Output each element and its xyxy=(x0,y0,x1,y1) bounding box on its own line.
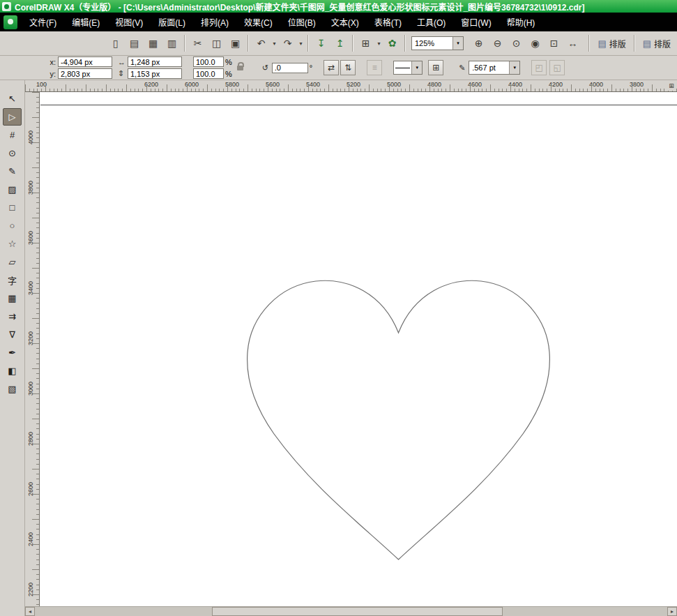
menu-item-layout[interactable]: 版面(L) xyxy=(151,15,193,29)
zoom-level-combo[interactable]: 125% ▾ xyxy=(411,36,464,50)
scroll-left-button[interactable]: ◂ xyxy=(25,607,35,616)
paste-button[interactable]: ▣ xyxy=(226,34,245,52)
scissors-icon: ✂ xyxy=(194,38,202,49)
zoom-to-width-button[interactable]: ↔ xyxy=(563,34,582,52)
menu-item-bitmaps[interactable]: 位图(B) xyxy=(280,15,324,29)
scroll-right-button[interactable]: ▸ xyxy=(667,607,677,616)
menu-item-text[interactable]: 文本(X) xyxy=(324,15,367,29)
zoom-combo-arrow[interactable]: ▾ xyxy=(452,37,463,50)
cut-button[interactable]: ✂ xyxy=(188,34,207,52)
pick-tool-button[interactable]: ↖ xyxy=(3,90,22,107)
horizontal-scrollbar-track[interactable] xyxy=(35,607,667,616)
redo-dropdown-arrow[interactable]: ▾ xyxy=(297,34,305,52)
menu-item-help[interactable]: 帮助(H) xyxy=(499,15,543,29)
freehand-tool-button[interactable]: ✎ xyxy=(3,163,22,180)
open-button[interactable]: ▤ xyxy=(125,34,144,52)
heart-shape[interactable] xyxy=(246,279,551,562)
object-width-field[interactable] xyxy=(128,57,182,67)
x-position-field[interactable] xyxy=(58,57,112,67)
menu-item-tools[interactable]: 工具(O) xyxy=(409,15,453,29)
close-curve-button[interactable]: ◱ xyxy=(549,60,565,75)
shape-tool-button[interactable]: ▷ xyxy=(3,108,22,126)
page-boundary xyxy=(40,105,677,105)
scale-horizontal-field[interactable] xyxy=(193,57,224,67)
ruler-options-button[interactable]: ⊞ xyxy=(667,81,676,91)
vruler-label: 3800 xyxy=(27,181,34,195)
interactive-fill-tool-button[interactable]: ▧ xyxy=(3,380,22,398)
menu-item-arrange[interactable]: 排列(A) xyxy=(193,15,236,29)
text-tool-button[interactable]: 字 xyxy=(3,271,22,289)
menu-item-edit[interactable]: 编辑(E) xyxy=(64,15,107,29)
zoom-tool-button[interactable]: ⊙ xyxy=(3,144,22,162)
object-height-field[interactable] xyxy=(128,68,182,79)
polygon-tool-icon: ☆ xyxy=(8,239,17,249)
rotation-icon: ↺ xyxy=(262,63,272,73)
horizontal-scrollbar[interactable]: ◂ ▸ xyxy=(25,606,677,616)
chevron-down-icon: ▾ xyxy=(513,65,516,70)
chevron-down-icon: ▾ xyxy=(377,40,380,47)
zoom-to-selection-icon: ◉ xyxy=(531,38,539,49)
zoom-out-button[interactable]: ⊖ xyxy=(488,34,507,52)
y-position-field[interactable] xyxy=(58,68,112,79)
rotation-angle-field[interactable] xyxy=(272,63,308,73)
horizontal-ruler[interactable]: 100 6200 6000 5800 5600 5400 5200 5000 4… xyxy=(25,80,677,92)
layout-button[interactable]: ▤ 排版 xyxy=(593,34,630,52)
polygon-tool-button[interactable]: ☆ xyxy=(3,235,22,253)
undo-dropdown-arrow[interactable]: ▾ xyxy=(271,34,278,52)
menu-item-effects[interactable]: 效果(C) xyxy=(236,15,280,29)
menu-item-window[interactable]: 窗口(W) xyxy=(453,15,499,29)
outline-tool-button[interactable]: ✒ xyxy=(3,344,22,361)
menu-item-table[interactable]: 表格(T) xyxy=(367,15,409,29)
application-launcher-dropdown-arrow[interactable]: ▾ xyxy=(375,34,383,52)
layout-button-2-label: 排版 xyxy=(654,38,671,50)
degree-sign: ° xyxy=(310,63,312,73)
lock-ratio-button[interactable] xyxy=(234,59,247,77)
fill-tool-button[interactable]: ◧ xyxy=(3,362,22,380)
welcome-screen-button[interactable]: ✿ xyxy=(383,34,402,52)
print-button[interactable]: ▥ xyxy=(162,34,181,52)
rectangle-tool-button[interactable]: □ xyxy=(3,199,22,216)
export-button[interactable]: ↥ xyxy=(330,34,349,52)
ellipse-tool-button[interactable]: ○ xyxy=(3,217,22,234)
crop-tool-button[interactable]: # xyxy=(3,126,22,144)
table-tool-button[interactable]: ▦ xyxy=(3,290,22,307)
zoom-in-button[interactable]: ⊕ xyxy=(469,34,488,52)
outline-style-combo[interactable]: ▾ xyxy=(393,61,423,75)
menu-item-file[interactable]: 文件(F) xyxy=(22,15,64,29)
basic-shapes-tool-button[interactable]: ▱ xyxy=(3,253,22,271)
eyedropper-tool-button[interactable]: ∇ xyxy=(3,326,22,343)
import-button[interactable]: ↧ xyxy=(312,34,330,52)
copy-button[interactable]: ◫ xyxy=(207,34,226,52)
zoom-actual-size-button[interactable]: ⊙ xyxy=(507,34,526,52)
property-bar: x: y: ↔ ⇕ % % ↺ ° ⇄ ⇅ ≡ ▾ ⊞ xyxy=(0,56,677,80)
outline-width-combo-arrow[interactable]: ▾ xyxy=(509,61,519,74)
layout-button-2[interactable]: ▤ 排版 xyxy=(638,34,676,52)
application-launcher-button[interactable]: ⊞ xyxy=(356,34,375,52)
smart-fill-tool-icon: ▨ xyxy=(8,184,16,195)
redo-button[interactable]: ↷ xyxy=(278,34,297,52)
save-button[interactable]: ▦ xyxy=(144,34,162,52)
mirror-vertical-button[interactable]: ⇅ xyxy=(340,60,356,75)
new-document-button[interactable]: ▯ xyxy=(106,34,125,52)
outline-style-combo-arrow[interactable]: ▾ xyxy=(411,61,422,74)
toolbar-separator xyxy=(404,35,406,52)
vertical-ruler[interactable]: 4000 3800 3600 3400 3200 3000 2800 2600 … xyxy=(25,92,40,606)
object-width-icon: ↔ xyxy=(118,57,128,67)
smart-fill-tool-button[interactable]: ▨ xyxy=(3,181,22,198)
menu-item-view[interactable]: 视图(V) xyxy=(107,15,151,29)
zoom-to-page-button[interactable]: ⊡ xyxy=(545,34,563,52)
undo-button[interactable]: ↶ xyxy=(252,34,271,52)
scale-vertical-field[interactable] xyxy=(193,68,224,79)
convert-to-curves-button[interactable]: ◰ xyxy=(531,60,547,75)
horizontal-scrollbar-thumb[interactable] xyxy=(212,607,503,616)
drawing-canvas[interactable] xyxy=(40,93,677,606)
wrap-text-button[interactable]: ≡ xyxy=(367,60,382,75)
mirror-horizontal-button[interactable]: ⇄ xyxy=(324,60,339,75)
elastic-mode-icon: ⊞ xyxy=(432,63,439,73)
elastic-mode-button[interactable]: ⊞ xyxy=(428,60,443,75)
heart-outline-path[interactable] xyxy=(248,280,550,559)
blend-tool-button[interactable]: ⇉ xyxy=(3,308,22,325)
zoom-to-selection-button[interactable]: ◉ xyxy=(526,34,545,52)
outline-width-combo[interactable]: .567 pt ▾ xyxy=(469,61,520,75)
layout-button-label: 排版 xyxy=(609,38,626,50)
